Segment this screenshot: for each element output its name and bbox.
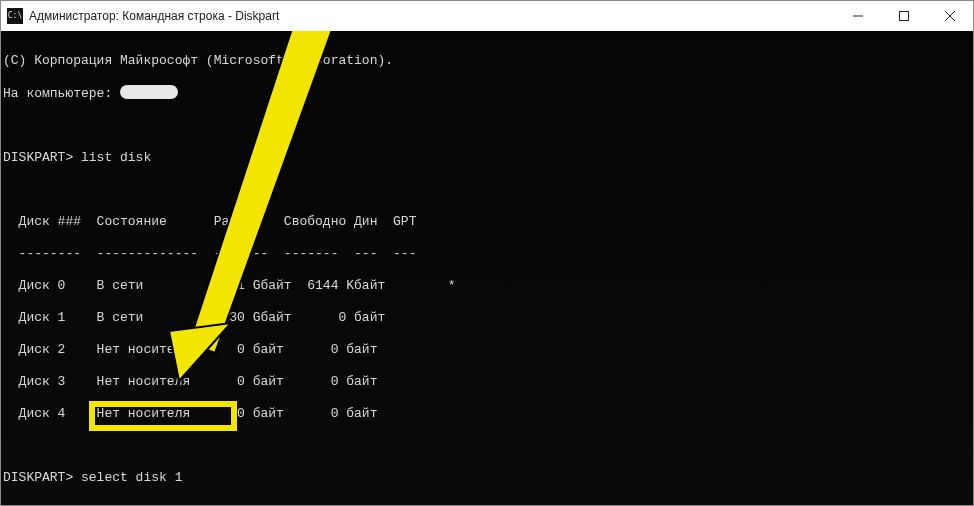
console-line — [3, 182, 973, 198]
titlebar: C:\ Администратор: Командная строка - Di… — [1, 1, 973, 31]
table-header: Диск ### Состояние Размер Свободно Дин G… — [3, 214, 973, 230]
minimize-button[interactable] — [835, 1, 881, 31]
close-button[interactable] — [927, 1, 973, 31]
console-line — [3, 438, 973, 454]
computer-label: На компьютере: — [3, 86, 120, 101]
svg-rect-1 — [900, 12, 909, 21]
window-controls — [835, 1, 973, 31]
table-row: Диск 0 В сети 931 Gбайт 6144 Kбайт * — [3, 278, 973, 294]
table-row: Диск 2 Нет носителя 0 байт 0 байт — [3, 342, 973, 358]
console-prompt: DISKPART> select disk 1 — [3, 470, 973, 486]
maximize-icon — [899, 11, 909, 21]
window: C:\ Администратор: Командная строка - Di… — [0, 0, 974, 506]
window-title: Администратор: Командная строка - Diskpa… — [29, 9, 279, 23]
table-row: Диск 1 В сети 30 Gбайт 0 байт — [3, 310, 973, 326]
console-line: (C) Корпорация Майкрософт (Microsoft Cor… — [3, 53, 973, 69]
close-icon — [945, 11, 955, 21]
maximize-button[interactable] — [881, 1, 927, 31]
console-line: На компьютере: — [3, 85, 973, 102]
table-row: Диск 4 Нет носителя 0 байт 0 байт — [3, 406, 973, 422]
minimize-icon — [853, 11, 863, 21]
console-line — [3, 118, 973, 134]
console-line — [3, 502, 973, 505]
table-row: Диск 3 Нет носителя 0 байт 0 байт — [3, 374, 973, 390]
console-area[interactable]: (C) Корпорация Майкрософт (Microsoft Cor… — [1, 31, 973, 505]
redacted-hostname — [120, 85, 178, 99]
console-prompt: DISKPART> list disk — [3, 150, 973, 166]
annotation-arrow-icon — [1, 31, 973, 505]
table-divider: -------- ------------- ------- ------- -… — [3, 246, 973, 262]
cmd-icon-text: C:\ — [8, 12, 22, 20]
cmd-icon: C:\ — [7, 8, 23, 24]
